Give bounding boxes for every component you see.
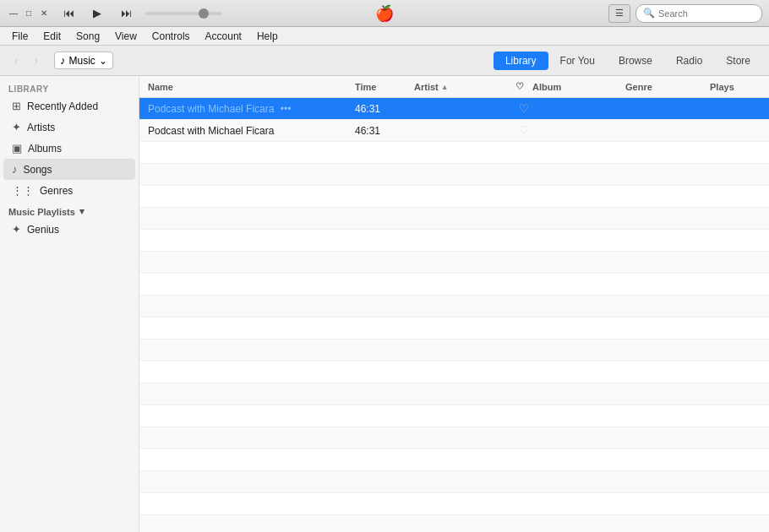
sidebar-item-songs[interactable]: ♪ Songs — [3, 159, 135, 180]
menu-bar: File Edit Song View Controls Account Hel… — [0, 27, 769, 46]
library-section-label: Library — [0, 81, 139, 95]
empty-row — [139, 164, 769, 186]
search-icon: 🔍 — [643, 8, 655, 19]
col-heart[interactable]: ♡ — [515, 81, 532, 92]
apple-logo: 🍎 — [375, 4, 394, 23]
genres-icon: ⋮⋮ — [12, 184, 34, 197]
sidebar-item-artists-label: Artists — [27, 122, 55, 133]
nav-tabs: Library For You Browse Radio Store — [494, 52, 762, 70]
empty-row — [139, 427, 769, 449]
col-name[interactable]: Name — [148, 82, 355, 92]
empty-row — [139, 252, 769, 274]
empty-row — [139, 515, 769, 532]
sidebar-item-artists[interactable]: ✦ Artists — [3, 117, 135, 138]
sidebar-item-recently-added[interactable]: ⊞ Recently Added — [3, 95, 135, 117]
table-header: Name Time Artist ▲ ♡ Album Genre Plays — [139, 76, 769, 98]
empty-row — [139, 339, 769, 361]
songs-icon: ♪ — [12, 163, 18, 176]
table-row[interactable]: Podcast with Michael Ficara 46:31 ♡ — [139, 120, 769, 142]
restore-button[interactable]: □ — [22, 7, 35, 20]
col-artist[interactable]: Artist ▲ — [414, 82, 515, 92]
rewind-button[interactable]: ⏮ — [57, 3, 79, 24]
menu-file[interactable]: File — [5, 29, 35, 44]
nav-bar: ‹ › ♪ Music ⌄ Library For You Browse Rad… — [0, 46, 769, 76]
heart-icon: ♡ — [515, 124, 532, 137]
menu-song[interactable]: Song — [69, 29, 106, 44]
title-bar-right: ☰ 🔍 — [608, 4, 769, 23]
col-plays[interactable]: Plays — [710, 82, 761, 92]
content-area: Name Time Artist ▲ ♡ Album Genre Plays — [139, 76, 769, 532]
menu-view[interactable]: View — [108, 29, 144, 44]
empty-row — [139, 208, 769, 230]
sidebar-item-genius-label: Genius — [27, 224, 59, 236]
albums-icon: ▣ — [12, 142, 22, 155]
sidebar-item-recently-added-label: Recently Added — [27, 100, 98, 112]
sort-arrow-icon: ▲ — [441, 83, 449, 91]
menu-help[interactable]: Help — [250, 29, 285, 44]
sidebar-item-genius[interactable]: ✦ Genius — [3, 219, 135, 240]
sidebar-item-genres-label: Genres — [40, 185, 73, 197]
table-row[interactable]: Podcast with Michael Ficara ••• 46:31 ♡ — [139, 98, 769, 120]
cell-time: 46:31 — [355, 125, 414, 137]
genius-icon: ✦ — [12, 223, 21, 236]
sidebar-item-albums-label: Albums — [28, 143, 62, 155]
tab-for-you[interactable]: For You — [548, 52, 607, 70]
tab-radio[interactable]: Radio — [664, 52, 714, 70]
artists-icon: ✦ — [12, 121, 21, 133]
music-playlists-chevron: ▾ — [79, 206, 85, 217]
tab-library[interactable]: Library — [494, 52, 548, 70]
empty-row — [139, 471, 769, 493]
menu-account[interactable]: Account — [199, 29, 248, 44]
main-layout: Library ⊞ Recently Added ✦ Artists ▣ Alb… — [0, 76, 769, 532]
sidebar-item-genres[interactable]: ⋮⋮ Genres — [3, 180, 135, 201]
empty-row — [139, 142, 769, 164]
playback-controls: ⏮ ▶ ⏭ — [51, 3, 137, 24]
nav-arrows: ‹ › — [7, 52, 46, 70]
col-genre[interactable]: Genre — [625, 82, 710, 92]
search-input[interactable] — [658, 8, 755, 19]
empty-row — [139, 318, 769, 339]
cell-name: Podcast with Michael Ficara ••• — [148, 103, 355, 115]
list-view-button[interactable]: ☰ — [608, 4, 630, 23]
empty-row — [139, 230, 769, 252]
empty-row — [139, 493, 769, 515]
music-selector-label: Music — [69, 55, 95, 67]
back-button[interactable]: ‹ — [7, 52, 25, 70]
cell-name: Podcast with Michael Ficara — [148, 125, 355, 137]
progress-thumb[interactable] — [199, 8, 209, 19]
sidebar-item-albums[interactable]: ▣ Albums — [3, 138, 135, 159]
col-album[interactable]: Album — [532, 82, 625, 92]
tab-browse[interactable]: Browse — [607, 52, 664, 70]
cell-time: 46:31 — [355, 103, 414, 115]
empty-row — [139, 296, 769, 318]
empty-row — [139, 361, 769, 383]
empty-row — [139, 274, 769, 296]
cell-name-suffix: ••• — [281, 103, 292, 115]
forward-button[interactable]: › — [27, 52, 46, 70]
recently-added-icon: ⊞ — [12, 100, 21, 112]
empty-row — [139, 383, 769, 405]
empty-row — [139, 186, 769, 208]
col-time[interactable]: Time — [355, 82, 414, 92]
play-button[interactable]: ▶ — [86, 3, 108, 24]
minimize-button[interactable]: — — [7, 7, 20, 20]
empty-row — [139, 405, 769, 427]
fastforward-button[interactable]: ⏭ — [115, 3, 137, 24]
sidebar-item-songs-label: Songs — [24, 164, 52, 176]
music-selector[interactable]: ♪ Music ⌄ — [54, 52, 113, 69]
music-note-icon: ♪ — [60, 54, 66, 67]
empty-rows — [139, 142, 769, 532]
music-selector-chevron: ⌄ — [99, 55, 107, 67]
progress-track[interactable] — [145, 12, 221, 15]
music-playlists-header[interactable]: Music Playlists ▾ — [0, 201, 139, 219]
tab-store[interactable]: Store — [714, 52, 762, 70]
progress-area — [145, 12, 221, 15]
sidebar: Library ⊞ Recently Added ✦ Artists ▣ Alb… — [0, 76, 139, 532]
menu-controls[interactable]: Controls — [145, 29, 197, 44]
menu-edit[interactable]: Edit — [36, 29, 68, 44]
close-button[interactable]: ✕ — [37, 7, 51, 20]
music-playlists-label: Music Playlists — [8, 207, 75, 217]
search-box[interactable]: 🔍 — [635, 4, 762, 23]
empty-row — [139, 449, 769, 471]
window-controls: — □ ✕ — [0, 7, 51, 20]
